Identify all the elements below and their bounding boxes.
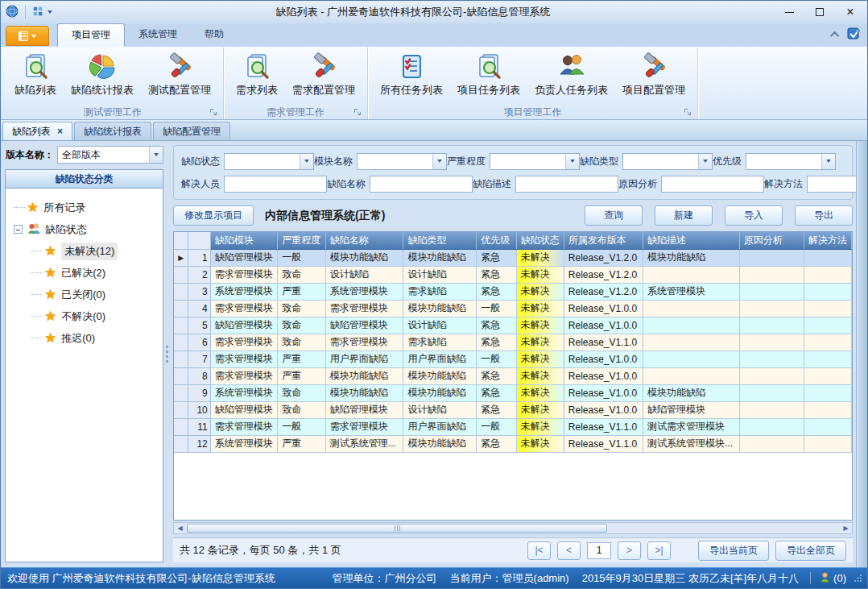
dialog-launcher-icon[interactable] [353,108,362,117]
tree-item-已解决(2)[interactable]: ★已解决(2) [10,262,159,284]
close-button[interactable]: × [835,2,866,23]
scrollbar-thumb[interactable] [187,524,607,533]
dropdown-button[interactable] [698,154,712,169]
table-row[interactable]: 7需求管理模块严重用户界面缺陷用户界面缺陷一般未解决Release_V1.0.0 [174,350,852,367]
column-header-缺陷类型[interactable]: 缺陷类型 [403,232,477,249]
export-current-page-button[interactable]: 导出当前页 [698,541,769,561]
cell-原因分析 [739,384,804,401]
dropdown-button[interactable] [432,154,446,169]
tree-item-已关闭(0)[interactable]: ★已关闭(0) [10,284,159,305]
ribbon-collapse-icon[interactable] [830,31,839,40]
dropdown-button[interactable] [821,154,835,169]
minimize-button[interactable] [774,2,804,23]
ribbon-button-项目任务列表[interactable]: 项目任务列表 [451,50,527,99]
table-row[interactable]: 10缺陷管理模块致命缺陷管理模块设计缺陷紧急未解决Release_V1.0.0缺… [174,401,852,418]
ribbon-button-测试配置管理[interactable]: 测试配置管理 [142,50,217,99]
filter-select-模块名称[interactable] [357,153,447,170]
document-tab-缺陷配置管理[interactable]: 缺陷配置管理 [153,122,230,140]
vertical-scrollbar[interactable] [856,141,867,567]
prev-page-button[interactable]: < [557,541,581,560]
table-row[interactable]: 11需求管理模块一般需求管理模块用户界面缺陷一般未解决Release_V1.1.… [174,418,852,435]
table-row[interactable]: 6需求管理模块致命需求管理模块需求缺陷紧急未解决Release_V1.1.0 [174,334,852,350]
table-row[interactable]: 8需求管理模块严重模块功能缺陷模块功能缺陷紧急未解决Release_V1.0.0 [174,367,852,384]
column-header-优先级[interactable]: 优先级 [477,232,517,249]
layout-grid-icon[interactable] [32,6,43,19]
cell-缺陷状态: 未解决 [516,401,564,418]
table-row[interactable]: 12系统管理模块严重测试系统管理...模块功能缺陷紧急未解决Release_V1… [174,435,852,452]
column-header-严重程度[interactable]: 严重程度 [278,232,326,249]
column-header-缺陷名称[interactable]: 缺陷名称 [325,232,403,249]
filter-select-严重程度[interactable] [490,153,580,170]
tab-close-icon[interactable]: × [57,127,63,136]
filter-input-解决人员[interactable] [224,176,327,193]
tree-item-所有记录[interactable]: ★所有记录 [10,197,159,218]
tree-item-未解决(12)[interactable]: ★未解决(12) [10,240,159,262]
horizontal-scrollbar[interactable]: ◀ ▶ [173,522,853,534]
ribbon-tab-项目管理[interactable]: 项目管理 [57,23,125,47]
record-summary: 共 12 条记录，每页 50 条，共 1 页 [180,543,341,558]
filter-select-缺陷状态[interactable] [224,153,314,170]
document-tab-缺陷列表[interactable]: 缺陷列表× [2,122,72,140]
table-row[interactable]: 3系统管理模块严重系统管理模块需求缺陷紧急未解决Release_V1.2.0系统… [174,283,852,300]
application-menu-button[interactable] [6,26,49,46]
table-row[interactable]: 4需求管理模块致命需求管理模块模块功能缺陷一般未解决Release_V1.0.0 [174,300,852,317]
column-header-解决方法[interactable]: 解决方法 [804,232,851,249]
cell-缺陷类型: 模块功能缺陷 [403,367,477,384]
filter-select-缺陷类型[interactable] [622,153,713,170]
resize-grip-icon[interactable] [854,572,862,584]
export-all-pages-button[interactable]: 导出全部页 [775,541,846,561]
document-tab-缺陷统计报表[interactable]: 缺陷统计报表 [74,122,151,140]
scroll-left-icon[interactable]: ◀ [174,523,186,533]
maximize-button[interactable] [804,2,835,23]
ribbon-button-所有任务列表[interactable]: 所有任务列表 [374,50,449,99]
tree-item-推迟(0)[interactable]: ★推迟(0) [10,327,159,349]
table-row[interactable]: ▶1缺陷管理模块一般模块功能缺陷模块功能缺陷紧急未解决Release_V1.2.… [174,249,852,266]
tree-item-不解决(0)[interactable]: ★不解决(0) [10,305,159,327]
filter-input-缺陷描述[interactable] [515,176,618,193]
action-button-新建[interactable]: 新建 [655,205,713,226]
ribbon-tab-系统管理[interactable]: 系统管理 [125,23,191,47]
ribbon-button-项目配置管理[interactable]: 项目配置管理 [616,50,692,99]
column-header-缺陷描述[interactable]: 缺陷描述 [643,232,740,249]
cell-优先级: 一般 [477,350,517,367]
ribbon-button-缺陷统计报表[interactable]: 缺陷统计报表 [64,50,140,99]
column-header-所属发布版本[interactable]: 所属发布版本 [564,232,643,249]
skin-icon[interactable] [847,27,861,43]
dropdown-button[interactable] [149,147,163,163]
splitter-handle[interactable] [163,141,171,567]
first-page-button[interactable]: |< [527,541,551,560]
last-page-button[interactable]: >| [647,541,671,560]
tree-expander-icon[interactable] [14,225,23,234]
table-row[interactable]: 9系统管理模块致命模块功能缺陷模块功能缺陷紧急未解决Release_V1.0.0… [174,384,852,401]
ribbon-tab-帮助[interactable]: 帮助 [191,23,238,47]
cell-缺陷描述 [643,317,740,334]
dialog-launcher-icon[interactable] [684,108,692,117]
ribbon-button-负责人任务列表[interactable]: 负责人任务列表 [528,50,614,99]
ribbon-button-需求列表[interactable]: 需求列表 [229,50,284,99]
modify-columns-button[interactable]: 修改显示项目 [173,205,254,226]
scroll-right-icon[interactable]: ▶ [840,523,852,533]
cell-原因分析 [739,401,804,418]
column-header-缺陷模块[interactable]: 缺陷模块 [210,232,278,249]
column-header-原因分析[interactable]: 原因分析 [739,232,804,249]
star-icon: ★ [44,244,56,258]
ribbon-button-需求配置管理[interactable]: 需求配置管理 [286,50,362,99]
action-button-查询[interactable]: 查询 [585,205,643,226]
action-button-导入[interactable]: 导入 [725,205,783,226]
action-button-导出[interactable]: 导出 [795,205,853,226]
table-row[interactable]: 2需求管理模块致命设计缺陷设计缺陷紧急未解决Release_V1.2.0 [174,266,852,283]
tree-item-缺陷状态[interactable]: 缺陷状态 [10,218,159,240]
page-number-input[interactable]: 1 [587,542,611,559]
online-user-icon[interactable] [819,571,831,586]
dropdown-button[interactable] [565,154,579,169]
table-row[interactable]: 5缺陷管理模块致命缺陷管理模块设计缺陷紧急未解决Release_V1.0.0 [174,317,852,334]
column-header-缺陷状态[interactable]: 缺陷状态 [516,232,564,249]
version-select[interactable]: 全部版本 [57,146,163,164]
next-page-button[interactable]: > [618,541,641,560]
ribbon-button-缺陷列表[interactable]: 缺陷列表 [8,50,63,99]
dropdown-button[interactable] [300,154,313,169]
filter-input-原因分析[interactable] [661,176,764,193]
filter-select-优先级[interactable] [746,153,836,170]
filter-input-缺陷名称[interactable] [370,176,473,193]
dialog-launcher-icon[interactable] [209,108,218,117]
